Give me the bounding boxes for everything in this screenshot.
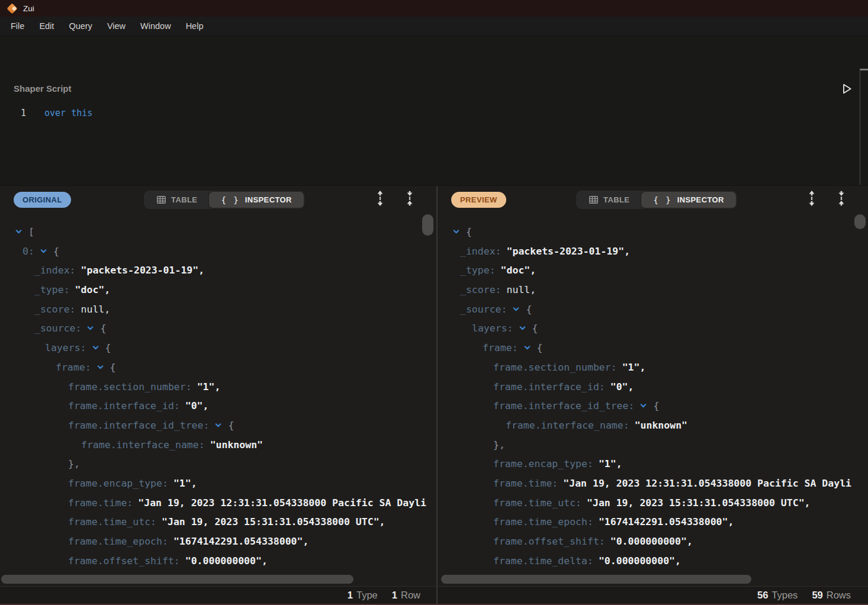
inspector-row[interactable]: frame.time:"Jan 19, 2023 12:31:31.054338… xyxy=(0,494,436,513)
inspector-row[interactable]: frame.interface_name:"unknown" xyxy=(438,416,868,436)
editor-scrollbar[interactable] xyxy=(860,69,868,185)
chevron-down-icon[interactable] xyxy=(512,305,520,313)
inspector-row[interactable]: layers:{ xyxy=(438,319,868,339)
tab-table[interactable]: TABLE xyxy=(577,192,641,208)
chevron-down-icon[interactable] xyxy=(92,344,99,352)
inspector-row[interactable]: frame.interface_id:"0", xyxy=(0,397,436,416)
row-count-value: 1 xyxy=(392,590,397,600)
field-key: _score: xyxy=(34,304,76,315)
inspector-row[interactable]: _score:null, xyxy=(0,300,436,320)
tab-inspector[interactable]: { } INSPECTOR xyxy=(209,192,304,208)
chevron-down-icon[interactable] xyxy=(86,324,94,332)
inspector-row[interactable]: _source:{ xyxy=(0,319,436,339)
brace: [ xyxy=(28,226,34,237)
chevron-down-icon[interactable] xyxy=(452,228,460,236)
expand-all-button[interactable] xyxy=(805,191,818,207)
chevron-down-icon[interactable] xyxy=(639,402,647,410)
horizontal-scrollbar[interactable] xyxy=(1,575,353,584)
original-badge: ORIGINAL xyxy=(14,192,71,208)
line-number: 1 xyxy=(0,108,26,118)
menu-help[interactable]: Help xyxy=(186,21,204,31)
fold-icon xyxy=(837,191,846,206)
inspector-row[interactable]: frame.encap_type:"1", xyxy=(438,455,868,474)
menu-view[interactable]: View xyxy=(107,21,126,31)
inspector-row[interactable]: frame.interface_id_tree:{ xyxy=(0,416,436,436)
menu-query[interactable]: Query xyxy=(69,21,92,31)
field-key: layers: xyxy=(472,323,513,334)
brace: { xyxy=(532,323,538,334)
inspector-row[interactable]: frame.offset_shift:"0.000000000", xyxy=(438,532,868,552)
editor-code[interactable]: over this xyxy=(44,108,92,118)
chevron-down-icon[interactable] xyxy=(97,363,104,371)
inspector-row[interactable]: layers:{ xyxy=(0,339,436,358)
brace: }, xyxy=(493,439,505,450)
inspector-row[interactable]: _source:{ xyxy=(438,300,868,320)
inspector-row[interactable]: 0:{ xyxy=(0,242,436,262)
inspector-row[interactable]: frame.interface_name:"unknown" xyxy=(0,436,436,455)
fold-icon xyxy=(405,191,414,206)
inspector-row[interactable]: frame.interface_id_tree:{ xyxy=(438,397,868,416)
inspector-row[interactable]: frame:{ xyxy=(0,358,436,378)
inspector-row[interactable]: frame.time_epoch:"1674142291.054338000", xyxy=(438,513,868,532)
inspector-row[interactable]: frame.time_delta:"0.000000000", xyxy=(438,552,868,571)
inspector-row[interactable]: frame.time_utc:"Jan 19, 2023 15:31:31.05… xyxy=(438,494,868,513)
inspector-row[interactable]: }, xyxy=(438,436,868,455)
field-key: layers: xyxy=(45,342,86,353)
menu-window[interactable]: Window xyxy=(140,21,171,31)
brace: { xyxy=(53,246,59,257)
inspector-row[interactable]: frame.time:"Jan 19, 2023 12:31:31.054338… xyxy=(438,474,868,494)
chevron-down-icon[interactable] xyxy=(15,228,22,236)
editor-line[interactable]: 1 over this xyxy=(0,106,92,120)
inspector-row[interactable]: frame.encap_type:"1", xyxy=(0,474,436,494)
inspector-row[interactable]: frame.interface_id:"0", xyxy=(438,378,868,397)
inspector-row[interactable]: frame.time_utc:"Jan 19, 2023 15:31:31.05… xyxy=(0,513,436,532)
type-count: 56Types xyxy=(757,590,798,601)
inspector-row[interactable]: _score:null, xyxy=(438,281,868,300)
vertical-scrollbar[interactable] xyxy=(422,214,433,236)
chevron-down-icon[interactable] xyxy=(523,344,531,352)
tab-table[interactable]: TABLE xyxy=(145,192,209,208)
menu-edit[interactable]: Edit xyxy=(39,21,54,31)
inspector-row[interactable]: [ xyxy=(0,223,436,242)
vertical-scrollbar[interactable] xyxy=(854,214,866,229)
inspector-row[interactable]: frame.offset_shift:"0.000000000", xyxy=(0,552,436,571)
inspector-row[interactable]: _type:"doc", xyxy=(438,261,868,281)
field-value: "0.000000000", xyxy=(185,555,268,567)
chevron-down-icon[interactable] xyxy=(519,324,526,332)
inspector-row[interactable]: frame.section_number:"1", xyxy=(438,358,868,378)
inspector-row[interactable]: frame.section_number:"1", xyxy=(0,378,436,397)
chevron-down-icon[interactable] xyxy=(40,247,47,255)
horizontal-scrollbar[interactable] xyxy=(441,575,751,584)
inspector-row[interactable]: _index:"packets-2023-01-19", xyxy=(438,242,868,262)
field-value: "0.000000000", xyxy=(610,536,693,547)
inspector-row[interactable]: _index:"packets-2023-01-19", xyxy=(0,261,436,281)
field-key: frame.time: xyxy=(493,478,558,489)
run-query-button[interactable] xyxy=(841,83,853,95)
inspector-row[interactable]: }, xyxy=(0,455,436,474)
tab-inspector[interactable]: { } INSPECTOR xyxy=(641,192,736,208)
field-value: "1", xyxy=(622,362,646,373)
inspector-row[interactable]: frame.time_epoch:"1674142291.054338000", xyxy=(0,532,436,552)
menu-file[interactable]: File xyxy=(11,21,24,31)
field-key: frame.time_delta: xyxy=(493,555,593,567)
field-key: frame.offset_shift: xyxy=(68,555,180,567)
field-key: frame.interface_id: xyxy=(493,381,605,392)
expand-all-button[interactable] xyxy=(374,191,387,207)
shaper-script-editor[interactable]: Shaper Script 1 over this xyxy=(0,36,868,185)
inspector-row[interactable]: { xyxy=(438,223,868,242)
original-status: 1Type 1Row xyxy=(348,587,420,604)
field-key: frame.section_number: xyxy=(493,362,617,373)
field-key: _index: xyxy=(34,265,76,276)
field-key: frame.encap_type: xyxy=(493,458,593,469)
collapse-all-button[interactable] xyxy=(403,191,416,207)
chevron-down-icon[interactable] xyxy=(214,421,222,429)
inspector-row[interactable]: _type:"doc", xyxy=(0,281,436,300)
collapse-all-button[interactable] xyxy=(835,191,848,207)
field-value: "doc", xyxy=(75,284,111,295)
tab-table-label: TABLE xyxy=(603,195,629,204)
field-value: "0", xyxy=(610,381,634,392)
field-key: frame.interface_id_tree: xyxy=(68,420,209,431)
type-count-value: 1 xyxy=(348,590,353,600)
field-key: frame: xyxy=(56,362,91,373)
inspector-row[interactable]: frame:{ xyxy=(438,339,868,358)
